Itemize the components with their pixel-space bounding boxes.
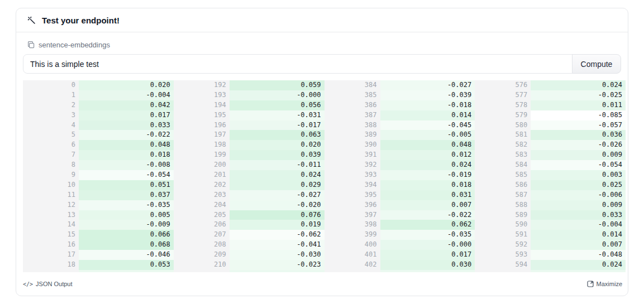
table-row: 150.066207-0.062399-0.0355910.014 xyxy=(23,230,626,240)
value-cell: -0.017 xyxy=(230,120,325,131)
table-row: 17-0.046209-0.0304010.017593-0.048 xyxy=(23,250,626,260)
value-cell: -0.031 xyxy=(230,110,325,120)
value-cell xyxy=(380,270,475,272)
index-cell: 584 xyxy=(475,160,531,170)
index-cell: 582 xyxy=(475,140,531,150)
json-output-label: JSON Output xyxy=(36,281,72,287)
table-row xyxy=(23,270,626,272)
value-cell: -0.018 xyxy=(380,100,475,110)
value-cell: -0.046 xyxy=(79,250,174,260)
value-cell: 0.007 xyxy=(380,200,475,210)
index-cell: 385 xyxy=(325,90,380,100)
maximize-button[interactable]: Maximize xyxy=(587,281,622,287)
index-cell: 10 xyxy=(23,180,79,190)
value-cell: 0.020 xyxy=(230,140,325,150)
index-cell: 400 xyxy=(325,240,380,250)
code-icon: </> xyxy=(23,281,33,287)
value-cell: -0.026 xyxy=(531,140,626,150)
index-cell: 391 xyxy=(325,150,380,160)
index-cell: 210 xyxy=(174,260,230,270)
index-cell: 195 xyxy=(174,110,230,120)
widget-header: Test your endpoint! xyxy=(16,8,628,32)
index-cell: 7 xyxy=(23,150,79,160)
index-cell: 192 xyxy=(174,80,230,90)
table-row: 9-0.0542010.024393-0.0195850.003 xyxy=(23,170,626,180)
index-cell: 5 xyxy=(23,130,79,140)
index-cell: 593 xyxy=(475,250,531,260)
compute-button[interactable]: Compute xyxy=(572,54,621,74)
magic-wand-icon xyxy=(27,16,36,25)
value-cell: 0.031 xyxy=(380,190,475,200)
maximize-label: Maximize xyxy=(597,281,622,287)
value-cell: -0.000 xyxy=(380,240,475,250)
value-cell: 0.019 xyxy=(230,220,325,230)
table-row: 20.0421940.056386-0.0185780.011 xyxy=(23,100,626,110)
value-cell: 0.051 xyxy=(79,180,174,190)
value-cell: -0.023 xyxy=(230,260,325,270)
index-cell: 4 xyxy=(23,120,79,131)
index-cell: 8 xyxy=(23,160,79,170)
value-cell: 0.005 xyxy=(79,210,174,220)
table-row: 12-0.035204-0.0203960.0075880.009 xyxy=(23,200,626,210)
embeddings-table[interactable]: 00.0201920.059384-0.0275760.0241-0.00419… xyxy=(23,80,626,272)
index-cell: 580 xyxy=(475,120,531,131)
value-cell: -0.020 xyxy=(230,200,325,210)
value-cell: -0.008 xyxy=(79,160,174,170)
index-cell: 402 xyxy=(325,260,380,270)
index-cell: 591 xyxy=(475,230,531,240)
table-row: 1-0.004193-0.000385-0.039577-0.025 xyxy=(23,90,626,100)
value-cell: 0.068 xyxy=(79,240,174,250)
index-cell: 206 xyxy=(174,220,230,230)
index-cell: 2 xyxy=(23,100,79,110)
index-cell: 193 xyxy=(174,90,230,100)
value-cell: 0.024 xyxy=(531,80,626,90)
value-cell: 0.042 xyxy=(79,100,174,110)
value-cell xyxy=(531,270,626,272)
value-cell: -0.006 xyxy=(531,190,626,200)
value-cell: 0.012 xyxy=(380,150,475,160)
index-cell: 201 xyxy=(174,170,230,180)
index-cell: 397 xyxy=(325,210,380,220)
query-row: Compute xyxy=(23,54,621,74)
index-cell: 194 xyxy=(174,100,230,110)
test-endpoint-widget: Test your endpoint! sentence-embeddings … xyxy=(16,8,628,296)
index-cell: 17 xyxy=(23,250,79,260)
value-cell: 0.014 xyxy=(531,230,626,240)
value-cell: 0.056 xyxy=(230,100,325,110)
index-cell: 209 xyxy=(174,250,230,260)
value-cell: -0.035 xyxy=(380,230,475,240)
index-cell: 592 xyxy=(475,240,531,250)
value-cell: 0.036 xyxy=(531,130,626,140)
index-cell: 18 xyxy=(23,260,79,270)
index-cell: 200 xyxy=(174,160,230,170)
index-cell: 394 xyxy=(325,180,380,190)
index-cell: 401 xyxy=(325,250,380,260)
index-cell: 1 xyxy=(23,90,79,100)
table-row: 70.0181990.0393910.0125830.009 xyxy=(23,150,626,160)
json-output-button[interactable]: </> JSON Output xyxy=(23,281,72,287)
index-cell: 3 xyxy=(23,110,79,120)
index-cell: 13 xyxy=(23,210,79,220)
index-cell xyxy=(174,270,230,272)
index-cell: 587 xyxy=(475,190,531,200)
query-input[interactable] xyxy=(23,54,573,74)
index-cell: 586 xyxy=(475,180,531,190)
pipeline-tag: sentence-embeddings xyxy=(27,41,617,49)
index-cell: 16 xyxy=(23,240,79,250)
index-cell: 15 xyxy=(23,230,79,240)
value-cell: -0.045 xyxy=(380,120,475,131)
index-cell: 9 xyxy=(23,170,79,180)
table-row: 160.068208-0.041400-0.0005920.007 xyxy=(23,240,626,250)
value-cell: 0.037 xyxy=(79,190,174,200)
index-cell: 14 xyxy=(23,220,79,230)
value-cell: 0.024 xyxy=(380,160,475,170)
index-cell: 589 xyxy=(475,210,531,220)
value-cell: -0.039 xyxy=(380,90,475,100)
table-row: 30.017195-0.0313870.014579-0.085 xyxy=(23,110,626,120)
index-cell: 203 xyxy=(174,190,230,200)
index-cell: 205 xyxy=(174,210,230,220)
index-cell: 388 xyxy=(325,120,380,131)
index-cell: 583 xyxy=(475,150,531,160)
value-cell: 0.033 xyxy=(531,210,626,220)
value-cell: 0.039 xyxy=(230,150,325,160)
